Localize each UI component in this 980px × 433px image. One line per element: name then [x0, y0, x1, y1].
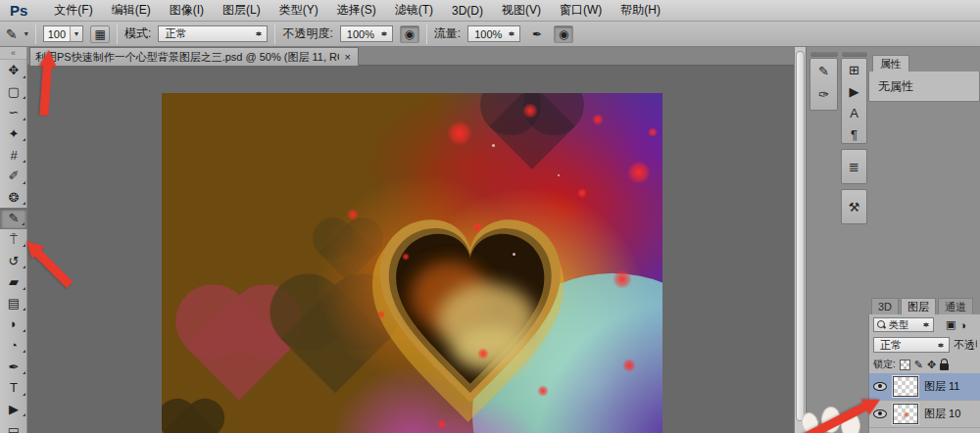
sparkle-speck	[513, 253, 515, 256]
gradient-tool[interactable]: ▤	[0, 293, 27, 314]
lock-position-icon[interactable]: ✥	[927, 359, 936, 371]
layer-opacity-label: 不透明度:	[954, 338, 977, 353]
tab-layers[interactable]: 图层	[901, 298, 936, 314]
healing-brush-tool[interactable]: ❂	[0, 187, 27, 209]
lock-transparency-icon[interactable]	[900, 360, 910, 370]
menu-help[interactable]: 帮助(H)	[620, 2, 661, 19]
tab-properties[interactable]: 属性	[872, 55, 909, 72]
layer-thumbnail[interactable]	[893, 376, 918, 397]
dock-column-2-group-3: ⚒	[841, 189, 867, 224]
brush-panel-icon[interactable]: ✎	[810, 59, 837, 82]
blur-tool[interactable]: ◗	[0, 313, 27, 335]
menu-image[interactable]: 图像(I)	[170, 2, 204, 19]
layer-filter-select[interactable]: 类型	[873, 317, 934, 332]
menu-3d[interactable]: 3D(D)	[452, 4, 483, 18]
sparkle-dot	[377, 311, 385, 318]
move-tool[interactable]: ✥	[0, 60, 27, 81]
dodge-tool[interactable]: ◔	[0, 335, 27, 357]
search-icon	[877, 320, 886, 329]
toolbox-collapse-icon[interactable]: «	[0, 47, 26, 60]
divider	[117, 24, 118, 44]
type-tool-icon: T	[10, 381, 18, 394]
eraser-tool[interactable]: ▰	[0, 271, 27, 293]
brush-tool[interactable]: ✎	[0, 208, 27, 229]
close-tab-icon[interactable]: ×	[343, 51, 353, 63]
styles-panel-icon[interactable]: ⊞	[842, 59, 866, 80]
tool-presets-panel-icon[interactable]: ⚒	[842, 190, 866, 223]
sparkle-dot	[347, 209, 359, 220]
arrow-shaft	[40, 67, 52, 117]
pen-tool[interactable]: ✒	[0, 356, 27, 377]
layer-row-11[interactable]: 图层 11	[869, 373, 980, 401]
layer-row-10[interactable]: 图层 10	[869, 401, 980, 428]
tool-options-bar: ✎ ▾ 100 ▾ ▦ 模式: 正常 不透明度: 100% ◉ 流量: 100%…	[0, 22, 980, 47]
layer-thumbnail[interactable]	[893, 404, 918, 424]
menu-filter[interactable]: 滤镜(T)	[395, 2, 433, 19]
visibility-eye-icon[interactable]	[873, 382, 887, 391]
clone-source-panel-icon[interactable]: ✑	[810, 82, 837, 106]
menu-file[interactable]: 文件(F)	[54, 2, 92, 19]
divider	[426, 24, 427, 44]
shape-tool[interactable]: ▭	[0, 419, 27, 433]
layers-panel: 类型 ▣ ◑ 正常 不透明度: 锁定: ✎ ✥ 图层 11	[868, 314, 980, 433]
lasso-tool[interactable]: ∽	[0, 102, 27, 123]
path-selection-tool[interactable]: ▶	[0, 399, 27, 420]
layers-filter-row: 类型 ▣ ◑	[869, 314, 980, 334]
menu-select[interactable]: 选择(S)	[337, 2, 376, 19]
eraser-tool-icon: ▰	[9, 275, 19, 288]
airbrush-icon[interactable]: ✒	[527, 25, 547, 43]
flow-select[interactable]: 100%	[467, 25, 520, 42]
photoshop-window: Ps 文件(F) 编辑(E) 图像(I) 图层(L) 类型(Y) 选择(S) 滤…	[0, 0, 980, 433]
no-properties-text: 无属性	[878, 79, 913, 93]
toggle-brush-panel-icon[interactable]: ▦	[90, 25, 110, 43]
menu-view[interactable]: 视图(V)	[502, 2, 541, 19]
layer-blend-mode-select[interactable]: 正常	[873, 337, 950, 353]
eyedropper-tool[interactable]: ✐	[0, 166, 27, 187]
brush-size-value[interactable]: 100	[44, 28, 70, 40]
crop-tool[interactable]: #	[0, 144, 27, 166]
marquee-tool[interactable]: ▢	[0, 81, 27, 103]
opacity-select[interactable]: 100%	[340, 25, 393, 42]
path-selection-tool-icon: ▶	[9, 403, 19, 415]
brush-preset-caret-icon[interactable]: ▾	[24, 29, 28, 38]
blend-mode-select[interactable]: 正常	[158, 25, 268, 42]
dock-grip[interactable]	[842, 52, 867, 57]
flow-value: 100%	[474, 28, 502, 40]
lock-all-icon[interactable]	[940, 363, 949, 370]
dock-column-2-group-1: ⊞ ▶ A ¶	[841, 58, 867, 144]
tab-3d[interactable]: 3D	[871, 298, 899, 314]
layer-blend-mode-value: 正常	[880, 338, 902, 353]
tab-channels[interactable]: 通道	[938, 298, 973, 314]
adjustment-filter-icon[interactable]: ◑	[959, 319, 966, 331]
lock-paint-icon[interactable]: ✎	[914, 359, 923, 371]
vertical-scrollbar[interactable]	[794, 47, 806, 433]
menu-layer[interactable]: 图层(L)	[222, 2, 261, 19]
menu-edit[interactable]: 编辑(E)	[112, 2, 151, 19]
character-panel-icon[interactable]: A	[842, 102, 866, 123]
layer-name[interactable]: 图层 11	[924, 379, 959, 394]
pixel-filter-icon[interactable]: ▣	[946, 318, 956, 331]
size-pressure-icon[interactable]: ◉	[554, 25, 573, 43]
scrollbar-thumb[interactable]	[796, 51, 805, 421]
menu-window[interactable]: 窗口(W)	[560, 2, 602, 19]
type-tool[interactable]: T	[0, 377, 27, 399]
mode-label: 模式:	[124, 25, 151, 42]
clone-stamp-tool-icon: ⍑	[10, 233, 18, 246]
layer-name[interactable]: 图层 10	[924, 407, 960, 421]
quick-selection-tool[interactable]: ✦	[0, 123, 27, 145]
menu-type[interactable]: 类型(Y)	[279, 2, 318, 19]
brush-preset-icon[interactable]: ✎	[6, 26, 18, 42]
scrollbar-track[interactable]	[794, 47, 806, 433]
updown-caret-icon	[508, 28, 516, 39]
canvas-image[interactable]	[162, 93, 662, 433]
brush-size-field[interactable]: 100 ▾	[43, 25, 83, 42]
brush-size-caret-icon[interactable]: ▾	[70, 26, 82, 41]
actions-panel-icon[interactable]: ▶	[842, 80, 866, 102]
opacity-pressure-icon[interactable]: ◉	[400, 25, 419, 43]
history-brush-tool[interactable]: ↺	[0, 250, 27, 271]
paragraph-panel-icon[interactable]: ¶	[842, 123, 866, 145]
dock-grip[interactable]	[810, 52, 838, 57]
document-tab[interactable]: 利用PS快速制作一个心型背景图层之三.psd @ 50% (图层 11, RGB…	[29, 47, 359, 66]
timeline-panel-icon[interactable]: ≣	[842, 150, 866, 183]
menu-bar: Ps 文件(F) 编辑(E) 图像(I) 图层(L) 类型(Y) 选择(S) 滤…	[0, 0, 980, 22]
